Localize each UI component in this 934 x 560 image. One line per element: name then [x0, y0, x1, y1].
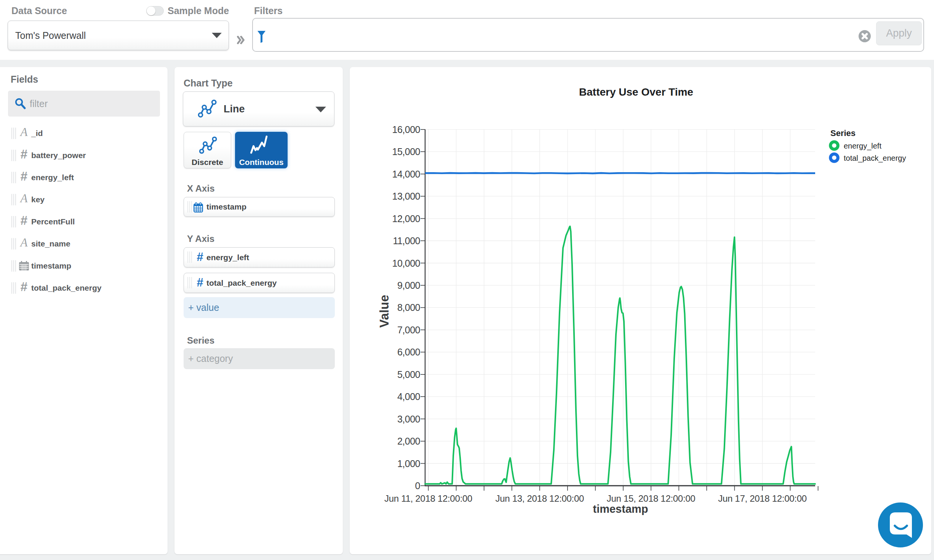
- svg-text:16,000: 16,000: [392, 124, 420, 135]
- svg-text:Jun 17, 2018 12:00:00: Jun 17, 2018 12:00:00: [718, 493, 807, 504]
- svg-text:11,000: 11,000: [393, 235, 420, 246]
- svg-text:Value: Value: [377, 295, 391, 328]
- svg-text:energy_left: energy_left: [844, 142, 881, 150]
- svg-text:total_pack_energy: total_pack_energy: [844, 154, 906, 163]
- svg-text:13,000: 13,000: [392, 191, 420, 202]
- svg-text:12,000: 12,000: [392, 213, 420, 224]
- svg-text:6,000: 6,000: [397, 347, 420, 357]
- svg-text:5,000: 5,000: [397, 369, 420, 380]
- svg-text:Series: Series: [830, 128, 856, 138]
- svg-text:0: 0: [415, 480, 420, 491]
- svg-text:7,000: 7,000: [397, 325, 420, 335]
- svg-text:Jun 15, 2018 12:00:00: Jun 15, 2018 12:00:00: [607, 493, 696, 504]
- svg-text:timestamp: timestamp: [593, 503, 648, 515]
- svg-text:3,000: 3,000: [397, 414, 420, 424]
- svg-text:Jun 11, 2018 12:00:00: Jun 11, 2018 12:00:00: [384, 493, 472, 504]
- svg-text:1,000: 1,000: [397, 458, 420, 469]
- svg-text:4,000: 4,000: [397, 391, 420, 402]
- svg-text:Jun 13, 2018 12:00:00: Jun 13, 2018 12:00:00: [496, 493, 584, 504]
- svg-text:9,000: 9,000: [397, 280, 420, 291]
- svg-text:2,000: 2,000: [397, 436, 420, 446]
- svg-text:15,000: 15,000: [392, 146, 420, 157]
- svg-text:8,000: 8,000: [397, 302, 420, 313]
- svg-text:Battery Use Over Time: Battery Use Over Time: [579, 86, 693, 98]
- svg-text:14,000: 14,000: [392, 169, 420, 179]
- svg-text:10,000: 10,000: [392, 258, 420, 269]
